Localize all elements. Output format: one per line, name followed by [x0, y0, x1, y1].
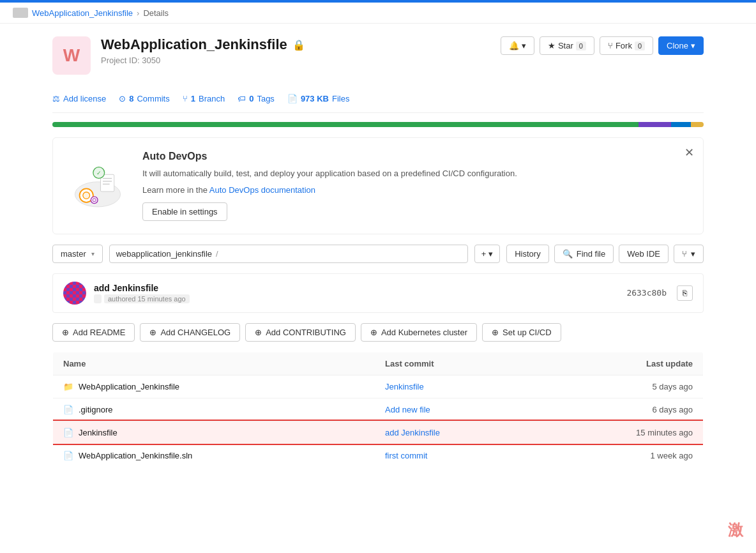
add-contributing-button[interactable]: ⊕ Add CONTRIBUTING — [245, 323, 356, 342]
commit-author-avatar — [63, 282, 86, 305]
add-readme-button[interactable]: ⊕ Add README — [52, 323, 135, 342]
file-link[interactable]: WebApplication_Jenkinsfile — [79, 382, 179, 391]
close-banner-button[interactable]: ✕ — [684, 147, 694, 158]
svg-point-10 — [93, 198, 96, 201]
autodevops-illustration: ✓ — [66, 151, 130, 221]
path-separator: / — [216, 249, 218, 259]
repo-stats: ⚖ Add license ⊙ 8 Commits ⑂ 1 Branch 🏷 0… — [52, 87, 704, 113]
web-ide-button[interactable]: Web IDE — [619, 245, 669, 263]
star-label: Star — [558, 41, 573, 50]
project-info: WebApplication_Jenkinsfile 🔒 Project ID:… — [101, 36, 501, 65]
lock-icon: 🔒 — [292, 39, 305, 51]
table-row: 📄 WebApplication_Jenkinsfile.sln first c… — [53, 444, 704, 467]
branch-dropdown[interactable]: master ▾ — [52, 245, 103, 263]
find-file-button[interactable]: 🔍 Find file — [554, 245, 614, 263]
files-icon: 📄 — [287, 94, 298, 103]
path-segment: webapplication_jenkinsfile — [116, 249, 212, 259]
commit-link[interactable]: Jenkinsfile — [385, 382, 424, 391]
breadcrumb-project-link[interactable]: WebApplication_Jenkinsfile — [32, 8, 133, 18]
files-link[interactable]: 📄 973 KB Files — [287, 94, 350, 103]
lang-segment-green — [52, 122, 639, 127]
autodevops-learn: Learn more in the Auto DevOps documentat… — [142, 185, 690, 195]
svg-point-8 — [83, 192, 90, 199]
fork-button[interactable]: ⑂ Fork 0 — [600, 36, 653, 55]
project-id: Project ID: 3050 — [101, 56, 501, 65]
project-header: W WebApplication_Jenkinsfile 🔒 Project I… — [52, 36, 704, 75]
file-table: Name Last commit Last update 📁 WebApplic… — [52, 352, 704, 467]
file-link[interactable]: Jenkinsfile — [79, 428, 117, 437]
folder-icon: 📁 — [63, 382, 73, 391]
home-icon — [13, 8, 28, 18]
fork-label: Fork — [616, 41, 632, 50]
time-text: 6 days ago — [652, 405, 693, 414]
breadcrumb: WebApplication_Jenkinsfile › Details — [0, 3, 756, 24]
file-name-cell: 📄 WebApplication_Jenkinsfile.sln — [63, 451, 365, 460]
notifications-button[interactable]: 🔔 ▾ — [501, 36, 534, 55]
license-label: Add license — [63, 94, 106, 103]
tags-link[interactable]: 🏷 0 Tags — [238, 94, 275, 103]
file-link[interactable]: WebApplication_Jenkinsfile.sln — [79, 451, 192, 460]
file-icon: 📄 — [63, 451, 73, 460]
autodevops-content: Auto DevOps It will automatically build,… — [142, 151, 690, 221]
add-arrow: ▾ — [488, 249, 493, 259]
commit-time: authored 15 minutes ago — [104, 294, 190, 303]
breadcrumb-separator: › — [137, 8, 139, 18]
file-link[interactable]: .gitignore — [79, 405, 112, 414]
branch-arrow: ▾ — [91, 250, 94, 257]
col-last-update: Last update — [537, 352, 704, 375]
license-link[interactable]: ⚖ Add license — [52, 94, 106, 103]
autodevops-docs-link[interactable]: Auto DevOps documentation — [209, 185, 315, 195]
clone-button[interactable]: Clone ▾ — [658, 36, 704, 55]
project-avatar: W — [52, 36, 91, 75]
branches-link[interactable]: ⑂ 1 Branch — [183, 94, 225, 103]
clone-arrow: ▾ — [691, 41, 695, 50]
plus-cicd-icon: ⊕ — [492, 328, 499, 337]
lang-segment-purple — [639, 122, 671, 127]
commit-link[interactable]: first commit — [385, 451, 427, 460]
action-buttons: ⊕ Add README ⊕ Add CHANGELOG ⊕ Add CONTR… — [52, 323, 704, 342]
star-count: 0 — [576, 42, 586, 50]
add-changelog-button[interactable]: ⊕ Add CHANGELOG — [140, 323, 240, 342]
star-button[interactable]: ★ Star 0 — [540, 36, 594, 55]
clone-label: Clone — [667, 41, 688, 50]
copy-hash-button[interactable]: ⎘ — [677, 285, 693, 301]
table-row: 📁 WebApplication_Jenkinsfile Jenkinsfile… — [53, 375, 704, 398]
commits-label: Commits — [137, 94, 169, 103]
svg-text:✓: ✓ — [96, 170, 102, 176]
table-header-row: Name Last commit Last update — [53, 352, 704, 375]
license-icon: ⚖ — [52, 94, 60, 103]
autodevops-banner: ✓ Auto DevOps It will automatically buil… — [52, 137, 704, 234]
enable-settings-button[interactable]: Enable in settings — [142, 202, 227, 221]
setup-cicd-button[interactable]: ⊕ Set up CI/CD — [482, 323, 561, 342]
plus-contributing-icon: ⊕ — [255, 328, 262, 337]
lang-segment-yellow — [691, 122, 704, 127]
toolbar-actions: History 🔍 Find file Web IDE ⑂ ▾ — [506, 245, 704, 263]
commits-link[interactable]: ⊙ 8 Commits — [119, 94, 170, 103]
clone-toolbar-button[interactable]: ⑂ ▾ — [674, 245, 704, 263]
commits-icon: ⊙ — [119, 94, 126, 103]
commit-hash: 2633c80b — [626, 288, 667, 298]
commit-link[interactable]: add Jenkinsfile — [385, 428, 440, 437]
commit-link[interactable]: Add new file — [385, 405, 430, 414]
add-contributing-label: Add CONTRIBUTING — [266, 328, 346, 337]
file-icon: 📄 — [63, 428, 73, 437]
file-name-cell: 📄 Jenkinsfile — [63, 428, 365, 437]
autodevops-svg: ✓ — [69, 160, 126, 211]
fork-count: 0 — [635, 42, 645, 50]
find-file-label: Find file — [577, 249, 606, 259]
add-file-button[interactable]: + ▾ — [474, 245, 501, 263]
plus-kubernetes-icon: ⊕ — [370, 328, 377, 337]
add-kubernetes-button[interactable]: ⊕ Add Kubernetes cluster — [361, 323, 477, 342]
commits-count: 8 — [129, 94, 133, 103]
path-breadcrumb: webapplication_jenkinsfile / — [109, 245, 468, 263]
branches-label: Branch — [199, 94, 225, 103]
files-label: Files — [332, 94, 349, 103]
plus-icon: + — [481, 249, 487, 259]
autodevops-title: Auto DevOps — [142, 151, 690, 162]
autodevops-desc-text: It will automatically build, test, and d… — [142, 169, 517, 178]
file-icon: 📄 — [63, 405, 73, 414]
history-button[interactable]: History — [506, 245, 548, 263]
file-toolbar: master ▾ webapplication_jenkinsfile / + … — [52, 245, 704, 263]
col-last-commit: Last commit — [375, 352, 537, 375]
commit-row: add Jenkinsfile authored 15 minutes ago … — [52, 273, 704, 313]
